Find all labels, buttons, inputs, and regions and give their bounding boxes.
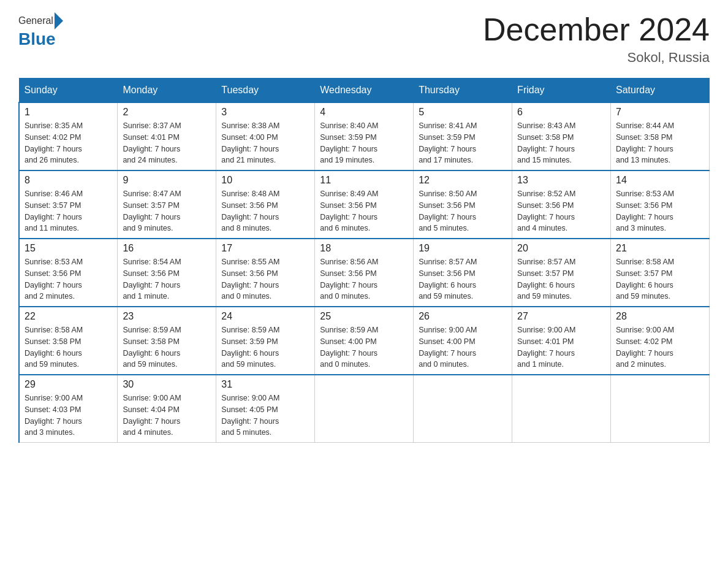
table-cell: 23 Sunrise: 8:59 AMSunset: 3:58 PMDaylig… [118, 307, 216, 375]
day-info: Sunrise: 8:58 AMSunset: 3:57 PMDaylight:… [616, 258, 674, 301]
table-cell: 22 Sunrise: 8:58 AMSunset: 3:58 PMDaylig… [19, 307, 118, 375]
table-cell: 25 Sunrise: 8:59 AMSunset: 4:00 PMDaylig… [315, 307, 414, 375]
day-number: 13 [517, 175, 605, 186]
col-sunday: Sunday [19, 79, 118, 103]
logo-blue-text: Blue [18, 29, 56, 49]
logo: General Blue [18, 12, 64, 49]
day-number: 1 [25, 107, 112, 118]
month-title: December 2024 [483, 12, 710, 47]
col-thursday: Thursday [414, 79, 512, 103]
day-info: Sunrise: 8:37 AMSunset: 4:01 PMDaylight:… [123, 121, 181, 164]
day-info: Sunrise: 8:44 AMSunset: 3:58 PMDaylight:… [616, 121, 674, 164]
day-number: 18 [320, 243, 408, 254]
day-info: Sunrise: 8:50 AMSunset: 3:56 PMDaylight:… [419, 190, 477, 232]
day-info: Sunrise: 8:52 AMSunset: 3:56 PMDaylight:… [517, 190, 575, 232]
table-cell: 18 Sunrise: 8:56 AMSunset: 3:56 PMDaylig… [315, 239, 414, 307]
day-number: 15 [25, 243, 112, 254]
day-number: 7 [616, 107, 704, 118]
table-cell: 7 Sunrise: 8:44 AMSunset: 3:58 PMDayligh… [611, 102, 710, 170]
calendar-week-row: 29 Sunrise: 9:00 AMSunset: 4:03 PMDaylig… [19, 375, 710, 443]
table-cell: 9 Sunrise: 8:47 AMSunset: 3:57 PMDayligh… [118, 170, 216, 239]
table-cell [611, 375, 710, 443]
day-number: 27 [517, 311, 605, 322]
table-cell: 8 Sunrise: 8:46 AMSunset: 3:57 PMDayligh… [19, 170, 118, 239]
day-info: Sunrise: 9:00 AMSunset: 4:05 PMDaylight:… [221, 394, 279, 437]
title-area: December 2024 Sokol, Russia [483, 12, 710, 66]
table-cell: 30 Sunrise: 9:00 AMSunset: 4:04 PMDaylig… [118, 375, 216, 443]
logo-general-text: General [18, 15, 53, 26]
day-number: 2 [123, 107, 211, 118]
day-info: Sunrise: 8:48 AMSunset: 3:56 PMDaylight:… [221, 190, 279, 232]
table-cell: 12 Sunrise: 8:50 AMSunset: 3:56 PMDaylig… [414, 170, 512, 239]
day-info: Sunrise: 9:00 AMSunset: 4:04 PMDaylight:… [123, 394, 181, 437]
day-number: 20 [517, 243, 605, 254]
col-wednesday: Wednesday [315, 79, 414, 103]
table-cell: 5 Sunrise: 8:41 AMSunset: 3:59 PMDayligh… [414, 102, 512, 170]
table-cell [414, 375, 512, 443]
calendar-week-row: 8 Sunrise: 8:46 AMSunset: 3:57 PMDayligh… [19, 170, 710, 239]
day-number: 31 [221, 379, 309, 390]
day-info: Sunrise: 9:00 AMSunset: 4:00 PMDaylight:… [419, 326, 477, 369]
table-cell: 27 Sunrise: 9:00 AMSunset: 4:01 PMDaylig… [512, 307, 611, 375]
day-number: 8 [25, 175, 112, 186]
day-info: Sunrise: 8:55 AMSunset: 3:56 PMDaylight:… [221, 258, 279, 301]
table-cell: 17 Sunrise: 8:55 AMSunset: 3:56 PMDaylig… [216, 239, 315, 307]
table-cell: 20 Sunrise: 8:57 AMSunset: 3:57 PMDaylig… [512, 239, 611, 307]
day-info: Sunrise: 8:56 AMSunset: 3:56 PMDaylight:… [320, 258, 378, 301]
day-number: 24 [221, 311, 309, 322]
day-number: 14 [616, 175, 704, 186]
table-cell: 21 Sunrise: 8:58 AMSunset: 3:57 PMDaylig… [611, 239, 710, 307]
day-info: Sunrise: 9:00 AMSunset: 4:01 PMDaylight:… [517, 326, 575, 369]
day-number: 29 [25, 379, 112, 390]
col-monday: Monday [118, 79, 216, 103]
day-info: Sunrise: 9:00 AMSunset: 4:02 PMDaylight:… [616, 326, 674, 369]
table-cell: 28 Sunrise: 9:00 AMSunset: 4:02 PMDaylig… [611, 307, 710, 375]
day-number: 22 [25, 311, 112, 322]
day-info: Sunrise: 8:47 AMSunset: 3:57 PMDaylight:… [123, 190, 181, 232]
calendar-week-row: 1 Sunrise: 8:35 AMSunset: 4:02 PMDayligh… [19, 102, 710, 170]
table-cell: 26 Sunrise: 9:00 AMSunset: 4:00 PMDaylig… [414, 307, 512, 375]
day-info: Sunrise: 8:40 AMSunset: 3:59 PMDaylight:… [320, 121, 378, 164]
table-cell: 3 Sunrise: 8:38 AMSunset: 4:00 PMDayligh… [216, 102, 315, 170]
day-number: 17 [221, 243, 309, 254]
day-number: 9 [123, 175, 211, 186]
table-cell: 24 Sunrise: 8:59 AMSunset: 3:59 PMDaylig… [216, 307, 315, 375]
table-cell: 1 Sunrise: 8:35 AMSunset: 4:02 PMDayligh… [19, 102, 118, 170]
day-number: 28 [616, 311, 704, 322]
page-header: General Blue December 2024 Sokol, Russia [18, 12, 710, 66]
day-number: 12 [419, 175, 507, 186]
table-cell: 6 Sunrise: 8:43 AMSunset: 3:58 PMDayligh… [512, 102, 611, 170]
table-cell: 11 Sunrise: 8:49 AMSunset: 3:56 PMDaylig… [315, 170, 414, 239]
location-text: Sokol, Russia [483, 50, 710, 66]
day-info: Sunrise: 9:00 AMSunset: 4:03 PMDaylight:… [25, 394, 83, 437]
calendar-table: Sunday Monday Tuesday Wednesday Thursday… [18, 78, 710, 443]
day-info: Sunrise: 8:46 AMSunset: 3:57 PMDaylight:… [25, 190, 83, 232]
table-cell: 4 Sunrise: 8:40 AMSunset: 3:59 PMDayligh… [315, 102, 414, 170]
day-number: 19 [419, 243, 507, 254]
day-info: Sunrise: 8:53 AMSunset: 3:56 PMDaylight:… [25, 258, 83, 301]
day-info: Sunrise: 8:49 AMSunset: 3:56 PMDaylight:… [320, 190, 378, 232]
day-number: 4 [320, 107, 408, 118]
day-info: Sunrise: 8:35 AMSunset: 4:02 PMDaylight:… [25, 121, 83, 164]
day-number: 26 [419, 311, 507, 322]
day-number: 6 [517, 107, 605, 118]
day-info: Sunrise: 8:59 AMSunset: 3:59 PMDaylight:… [221, 326, 279, 369]
day-info: Sunrise: 8:53 AMSunset: 3:56 PMDaylight:… [616, 190, 674, 232]
day-info: Sunrise: 8:38 AMSunset: 4:00 PMDaylight:… [221, 121, 279, 164]
table-cell: 13 Sunrise: 8:52 AMSunset: 3:56 PMDaylig… [512, 170, 611, 239]
day-number: 3 [221, 107, 309, 118]
table-cell: 14 Sunrise: 8:53 AMSunset: 3:56 PMDaylig… [611, 170, 710, 239]
day-info: Sunrise: 8:58 AMSunset: 3:58 PMDaylight:… [25, 326, 83, 369]
day-info: Sunrise: 8:57 AMSunset: 3:56 PMDaylight:… [419, 258, 477, 301]
day-number: 25 [320, 311, 408, 322]
table-cell: 2 Sunrise: 8:37 AMSunset: 4:01 PMDayligh… [118, 102, 216, 170]
day-info: Sunrise: 8:41 AMSunset: 3:59 PMDaylight:… [419, 121, 477, 164]
day-info: Sunrise: 8:59 AMSunset: 3:58 PMDaylight:… [123, 326, 181, 369]
day-info: Sunrise: 8:57 AMSunset: 3:57 PMDaylight:… [517, 258, 575, 301]
table-cell: 15 Sunrise: 8:53 AMSunset: 3:56 PMDaylig… [19, 239, 118, 307]
table-cell [512, 375, 611, 443]
calendar-week-row: 15 Sunrise: 8:53 AMSunset: 3:56 PMDaylig… [19, 239, 710, 307]
table-cell: 19 Sunrise: 8:57 AMSunset: 3:56 PMDaylig… [414, 239, 512, 307]
calendar-week-row: 22 Sunrise: 8:58 AMSunset: 3:58 PMDaylig… [19, 307, 710, 375]
day-info: Sunrise: 8:59 AMSunset: 4:00 PMDaylight:… [320, 326, 378, 369]
